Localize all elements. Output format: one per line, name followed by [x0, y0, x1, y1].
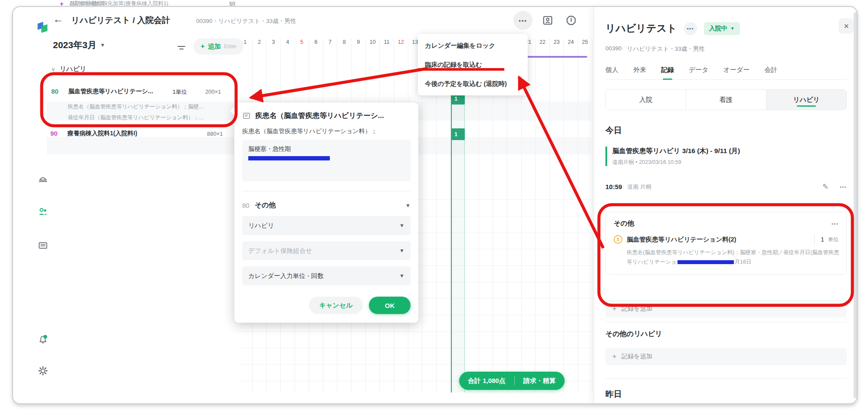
add-record-button[interactable]: + 記録を追加: [605, 300, 847, 317]
panel-tab[interactable]: オーダー: [723, 62, 750, 79]
segment-tab[interactable]: リハビリ: [766, 90, 846, 110]
row-detail: 疾患名（脳血管疾患等リハビリテーション料）；脳梗...: [68, 103, 238, 111]
billing-item[interactable]: $ 脳血管疾患等リハビリテーション料(2) 1 単位: [614, 234, 838, 245]
today-column-highlight: [451, 61, 465, 392]
patients-icon[interactable]: [37, 206, 49, 217]
note-icon: [242, 111, 251, 120]
panel-tab[interactable]: 外来: [633, 62, 646, 79]
calendar-entry-chip[interactable]: 1: [451, 128, 465, 140]
chevron-down-icon: ▼: [399, 248, 404, 254]
calendar-more-button[interactable]: •••: [513, 11, 533, 30]
close-icon: ×: [844, 21, 849, 31]
calendar-day-column[interactable]: 22: [536, 38, 550, 392]
ok-button[interactable]: OK: [369, 297, 411, 314]
other-record-card: その他 ••• $ 脳血管疾患等リハビリテーション料(2) 1 単位 疾患名(脳…: [605, 212, 847, 275]
billing-item-unit: 単位: [828, 236, 838, 243]
calendar-day-column[interactable]: 24: [564, 38, 578, 392]
close-panel-button[interactable]: ×: [838, 18, 854, 34]
insurance-select[interactable]: デフォルト保険組合せ ▼: [242, 241, 411, 260]
patient-detail-panel: × リハビリテスト ••• 入院中▼ 00390 リハビリテスト・33歳・男性 …: [594, 7, 858, 403]
admission-status-badge[interactable]: 入院中▼: [704, 22, 740, 35]
plus-icon: +: [612, 305, 616, 313]
record-more-button[interactable]: •••: [840, 184, 847, 190]
row-addon[interactable]: + 2級地地域加算 15: [60, 0, 235, 7]
patient-id: 00390: [605, 45, 622, 53]
record-type-segments: 入院 看護 リハビリ: [605, 89, 847, 110]
add-entry-shortcut: Enter: [224, 43, 237, 49]
entry-meta: 道南片桐 • 2023/03/16 10:59: [612, 159, 847, 166]
entry-title: 脳血管疾患等リハビリ 3/16 (木) - 9/11 (月): [612, 147, 847, 156]
divider: [605, 378, 847, 379]
settings-gear-icon[interactable]: [37, 365, 49, 376]
menu-item[interactable]: 臨床の記録を取込む: [418, 55, 528, 74]
calendar-day-number: 9: [352, 39, 365, 45]
plus-icon: +: [201, 42, 205, 51]
disease-name-input[interactable]: 脳梗塞・急性期: [242, 140, 411, 181]
menu-item[interactable]: カレンダー編集をロック: [418, 36, 528, 55]
chevron-down-icon: ▼: [405, 203, 411, 209]
panel-tab[interactable]: 個人: [605, 62, 618, 79]
total-points[interactable]: 合計 1,080点: [459, 377, 514, 385]
add-entry-button[interactable]: + 追加 Enter: [194, 38, 243, 55]
panel-tab[interactable]: 会計: [764, 62, 777, 79]
panel-scrollbar[interactable]: [854, 12, 857, 398]
notifications-icon[interactable]: [37, 334, 49, 345]
card-title: その他: [614, 219, 832, 228]
row-code: 80: [51, 88, 59, 95]
card-more-button[interactable]: •••: [832, 221, 838, 226]
edit-pencil-icon[interactable]: ✎: [822, 182, 829, 191]
panel-tab[interactable]: 記録: [661, 62, 674, 79]
category-row[interactable]: 80 その他 ▼: [242, 201, 411, 210]
calendar-context-menu: カレンダー編集をロック 臨床の記録を取込む 今後の予定を取込む (退院時): [418, 34, 528, 95]
billing-settlement-button[interactable]: 請求・精算: [515, 377, 565, 385]
select-value: リハビリ: [248, 222, 399, 230]
divider: [242, 191, 411, 191]
disease-name-popover: 疾患名（脳血管疾患等リハビリテーシ... 疾患名（脳血管疾患等リハビリテーション…: [234, 102, 418, 323]
filter-icon[interactable]: [176, 43, 187, 53]
add-record-button[interactable]: + 記録を追加: [605, 348, 847, 365]
calendar-day-number: 24: [564, 39, 578, 45]
rehab-select[interactable]: リハビリ ▼: [242, 216, 411, 235]
calendar-day-column[interactable]: 23: [550, 38, 564, 392]
reception-icon[interactable]: [37, 173, 49, 184]
menu-item[interactable]: 今後の予定を取込む (退院時): [418, 74, 528, 93]
patient-more-button[interactable]: •••: [684, 22, 697, 35]
cancel-button[interactable]: キャンセル: [309, 297, 363, 314]
calendar-day-column[interactable]: 25: [578, 38, 592, 392]
calendar-row-90[interactable]: 90 療養病棟入院料1(入院料I) 880×1: [50, 130, 223, 137]
billing-item-qty: 1: [821, 236, 824, 243]
other-rehab-heading: その他のリハビリ: [605, 330, 662, 339]
panel-tab[interactable]: データ: [689, 62, 709, 79]
category-label: その他: [255, 201, 405, 210]
month-selector[interactable]: 2023年3月▼: [53, 39, 105, 51]
ellipsis-icon: •••: [519, 17, 527, 24]
calendar-unit-select[interactable]: カレンダー入力単位 - 回数 ▼: [242, 266, 411, 285]
page-title: リハビリテスト / 入院会計: [71, 15, 170, 26]
ledger-icon[interactable]: [37, 240, 49, 251]
patient-card-icon[interactable]: [542, 14, 554, 26]
app-logo-icon: [35, 20, 50, 35]
alert-info-icon[interactable]: [565, 14, 577, 26]
chevron-down-icon: ▼: [399, 222, 404, 229]
row-code: 90: [50, 130, 58, 137]
rehab-period-entry[interactable]: 脳血管疾患等リハビリ 3/16 (木) - 9/11 (月) 道南片桐 • 20…: [605, 147, 847, 166]
row-unit: 1単位: [173, 88, 187, 95]
calendar-row-80[interactable]: 80 脳血管疾患等リハビリテーシ... 1単位 200×1: [51, 88, 221, 96]
row-name: 療養病棟入院料1(入院料I): [67, 130, 176, 137]
row-detail: 発症年月日（脳血管疾患等リハビリテーション料）；...: [68, 114, 238, 121]
patient-summary: 00390・リハビリテスト・33歳・男性: [196, 17, 296, 25]
segment-tab[interactable]: 入院: [606, 90, 686, 110]
calendar-group-header[interactable]: ∨リハビリ: [51, 65, 86, 73]
divider: [814, 234, 815, 245]
calendar-day-number: 10: [366, 39, 380, 45]
chevron-collapse-icon: ∨: [51, 66, 56, 72]
calendar-day-number: 4: [281, 39, 295, 45]
segment-tab[interactable]: 看護: [686, 90, 766, 110]
calendar-day-number: 8: [337, 39, 351, 45]
back-button[interactable]: ←: [53, 13, 63, 25]
chevron-down-icon: ▼: [399, 273, 404, 279]
calendar-day-number: 25: [578, 39, 592, 45]
row-name: 脳血管疾患等リハビリテーシ...: [68, 88, 167, 95]
calendar-day-number: 12: [394, 39, 408, 45]
today-heading: 今日: [605, 125, 622, 136]
